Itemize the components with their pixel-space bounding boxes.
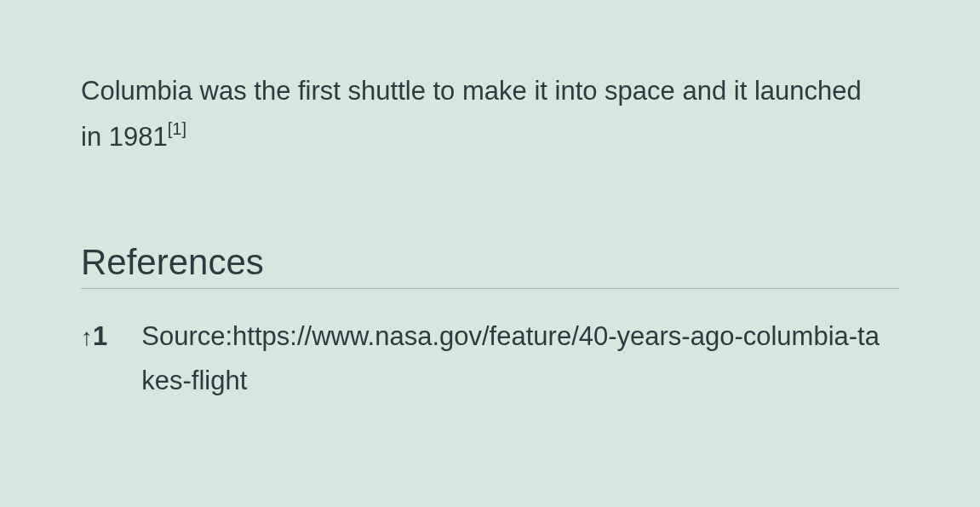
reference-backlink[interactable]: ↑1 xyxy=(81,314,107,360)
citation-link[interactable]: [1] xyxy=(168,119,186,138)
up-arrow-icon: ↑ xyxy=(81,317,93,358)
paragraph-text: Columbia was the first shuttle to make i… xyxy=(81,76,862,152)
references-heading: References xyxy=(81,242,899,289)
reference-text: Source:https://www.nasa.gov/feature/40-y… xyxy=(141,314,891,404)
section-spacer xyxy=(81,161,899,242)
reference-number: 1 xyxy=(93,314,107,360)
reference-item: ↑1 Source:https://www.nasa.gov/feature/4… xyxy=(81,314,899,404)
references-list: ↑1 Source:https://www.nasa.gov/feature/4… xyxy=(81,314,899,404)
body-paragraph: Columbia was the first shuttle to make i… xyxy=(81,68,864,161)
